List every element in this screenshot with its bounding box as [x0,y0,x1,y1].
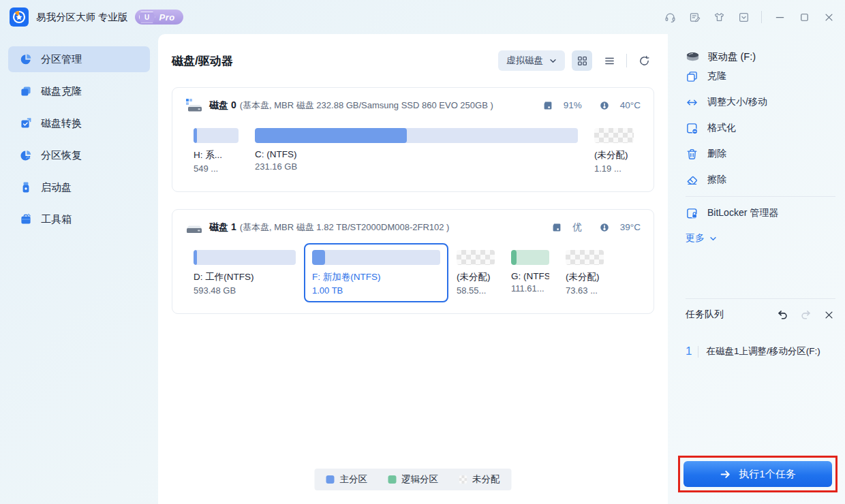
sidebar-item-boot-disk[interactable]: 启动盘 [8,174,150,200]
partition-item[interactable]: F: 新加卷(NTFS)1.00 TB [304,243,448,302]
partition-size: 111.61... [511,283,549,294]
task-queue: 任务队列 1在磁盘1上调整/移动分区(F:) [686,298,835,358]
action-delete[interactable]: 删除 [686,141,835,167]
legend-swatch [388,475,396,484]
legend-swatch [326,475,335,484]
disk-name: 磁盘 0 [209,99,236,112]
selected-drive-label: 驱动盘 (F:) [708,50,756,63]
task-queue-close-button[interactable] [822,308,835,321]
refresh-button[interactable] [634,50,654,71]
partition-size: 593.48 GB [194,285,296,296]
arrow-right-icon [720,469,731,480]
partition-bar [566,250,604,265]
action-wipe[interactable]: 擦除 [686,167,835,193]
partition-item[interactable]: H: 系...549 ... [185,121,247,180]
close-button[interactable] [816,7,841,27]
partition-item[interactable]: G: (NTFS)111.61... [503,243,557,300]
partition-item[interactable]: (未分配)1.19 ... [586,121,642,180]
disk-system-icon [185,98,202,112]
headset-icon [664,12,676,23]
action-bitlocker-manager[interactable]: BitLocker 管理器 [686,200,835,226]
task-list: 1在磁盘1上调整/移动分区(F:) [686,345,835,358]
action-format[interactable]: 格式化 [686,115,835,141]
disk-details: (基本盘, MBR 磁盘 1.82 TB/ST2000DM008-2FR102 … [240,221,450,234]
action-panel: 驱动盘 (F:) 克隆调整大小/移动格式化删除擦除 BitLocker 管理器 … [668,34,845,504]
virtual-disk-dropdown[interactable]: 虚拟磁盘 [498,50,565,71]
disk-badges: 91%40°C [543,100,641,110]
highlight-annotation: 执行1个任务 [678,456,838,492]
legend-item-primary: 主分区 [326,473,368,486]
sidebar-item-partition-recovery[interactable]: 分区恢复 [8,142,150,168]
tshirt-icon [713,12,725,23]
partition-item[interactable]: (未分配)73.63 ... [557,243,612,302]
partition-row: D: 工作(NTFS)593.48 GBF: 新加卷(NTFS)1.00 TB(… [185,243,641,302]
sidebar-item-partition-management[interactable]: 分区管理 [8,46,150,72]
legend-item-logical: 逻辑分区 [388,473,438,486]
redo-button[interactable] [799,308,812,321]
partition-size: 549 ... [194,163,239,174]
app-title: 易我分区大师 专业版 [36,11,128,24]
page-title: 磁盘/驱动器 [172,53,498,69]
partition-bar [457,250,495,265]
sidebar-item-label: 工具箱 [41,213,72,226]
partition-label: (未分配) [566,271,604,283]
partition-bar [312,250,440,265]
maximize-button[interactable] [792,7,816,27]
more-label: 更多 [686,232,705,245]
main-content: 磁盘/驱动器 虚拟磁盘 磁盘 0(基本盘, MBR 磁盘 232.88 GB/S… [158,34,668,504]
minimize-button[interactable] [767,7,792,27]
disk-usage-badge: 优 [552,221,582,234]
disk-temp-badge: 40°C [600,100,641,110]
list-view-button[interactable] [599,50,619,71]
action-resize-move[interactable]: 调整大小/移动 [686,89,835,115]
disk-list: 磁盘 0(基本盘, MBR 磁盘 232.88 GB/Samsung SSD 8… [172,87,654,314]
partition-label: C: (NTFS) [255,149,578,159]
menu-box-icon [738,12,750,23]
sidebar-item-disk-clone[interactable]: 磁盘克隆 [8,78,150,104]
maximize-icon [799,12,810,23]
partition-size: 1.19 ... [594,163,634,174]
action-clone[interactable]: 克隆 [686,63,835,89]
task-item[interactable]: 1在磁盘1上调整/移动分区(F:) [686,345,835,358]
sidebar-item-label: 分区恢复 [41,149,82,162]
partition-label: H: 系... [194,149,239,161]
titlebar: 易我分区大师 专业版 U Pro [0,0,845,34]
header-controls: 虚拟磁盘 [498,50,654,71]
minimize-icon [774,12,786,23]
clone-icon [686,70,698,83]
partition-item[interactable]: C: (NTFS)231.16 GB [247,121,586,178]
undo-button[interactable] [775,308,789,321]
sidebar-item-label: 磁盘转换 [41,117,82,130]
execute-tasks-button[interactable]: 执行1个任务 [683,461,832,487]
feedback-icon [689,12,701,23]
toolbox-icon [20,213,32,225]
refresh-icon [639,55,650,67]
partition-size: 1.00 TB [312,285,440,296]
support-button[interactable] [658,7,682,27]
disk-header: 磁盘 1(基本盘, MBR 磁盘 1.82 TB/ST2000DM008-2FR… [185,220,641,234]
thermometer-icon [600,223,609,232]
partition-label: D: 工作(NTFS) [194,271,296,283]
theme-button[interactable] [707,7,731,27]
disk-temp-badge: 39°C [600,222,641,232]
partition-item[interactable]: D: 工作(NTFS)593.48 GB [185,243,304,302]
boot-disk-icon [20,181,32,193]
menu-button[interactable] [731,7,756,27]
delete-icon [686,148,698,161]
sidebar-item-toolbox[interactable]: 工具箱 [8,206,150,232]
content-header: 磁盘/驱动器 虚拟磁盘 [172,50,654,71]
partition-size: 231.16 GB [255,161,578,172]
partition-legend: 主分区逻辑分区未分配 [315,469,512,490]
grid-view-button[interactable] [572,50,592,71]
more-actions-link[interactable]: 更多 [686,232,835,245]
sidebar-item-disk-convert[interactable]: 磁盘转换 [8,110,150,136]
sidebar-nav: 分区管理磁盘克隆磁盘转换分区恢复启动盘工具箱 [0,34,158,504]
partition-item[interactable]: (未分配)58.55... [448,243,503,302]
partition-bar [255,128,578,143]
partition-label: (未分配) [457,271,495,283]
sidebar-item-label: 磁盘克隆 [41,85,82,98]
action-list: 克隆调整大小/移动格式化删除擦除 [686,63,835,193]
disk-badges: 优39°C [552,221,641,234]
feedback-button[interactable] [682,7,707,27]
task-label: 在磁盘1上调整/移动分区(F:) [706,345,820,358]
